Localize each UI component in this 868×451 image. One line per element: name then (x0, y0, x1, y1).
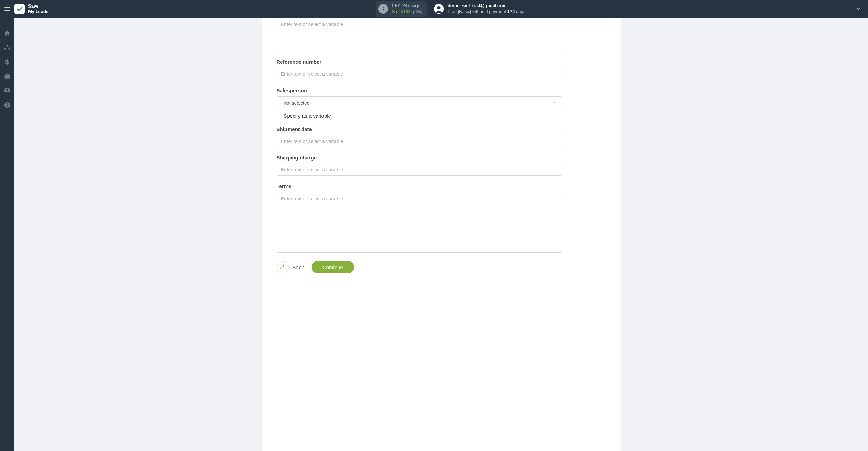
top-bar: Save My Leads. LEADS usage: 3 of 5'000 (… (0, 0, 868, 18)
user-menu-toggle[interactable] (854, 7, 864, 11)
brand-text: Save My Leads. (28, 3, 50, 14)
logo-icon (14, 4, 25, 14)
user-info: demo_sml_test@gmail.com Plan |Basic| lef… (448, 3, 526, 15)
menu-toggle-button[interactable] (0, 0, 14, 18)
hamburger-icon (4, 7, 10, 11)
svg-point-3 (437, 6, 440, 9)
chevron-down-icon (856, 7, 861, 11)
user-avatar-icon (434, 4, 444, 14)
user-menu[interactable]: demo_sml_test@gmail.com Plan |Basic| lef… (434, 3, 526, 15)
usage-widget[interactable]: LEADS usage: 3 of 5'000 (0%) (376, 1, 427, 17)
usage-text: LEADS usage: 3 of 5'000 (0%) (392, 3, 422, 15)
svg-point-0 (383, 7, 384, 8)
svg-rect-1 (383, 9, 384, 10)
brand-logo[interactable]: Save My Leads. (14, 3, 50, 14)
info-icon (378, 4, 388, 14)
